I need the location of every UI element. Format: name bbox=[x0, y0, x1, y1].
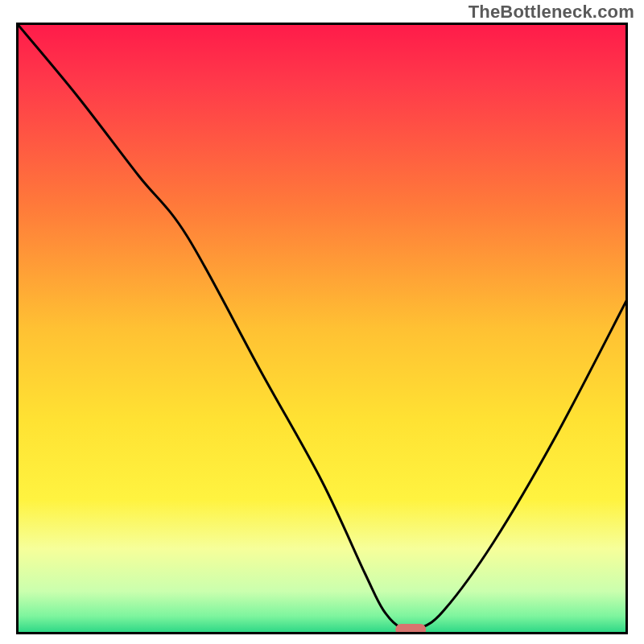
chart-container: TheBottleneck.com bbox=[0, 0, 644, 644]
watermark-label: TheBottleneck.com bbox=[469, 2, 634, 23]
bottleneck-chart bbox=[16, 23, 628, 634]
gradient-background bbox=[16, 23, 628, 634]
plot-area bbox=[16, 23, 628, 634]
